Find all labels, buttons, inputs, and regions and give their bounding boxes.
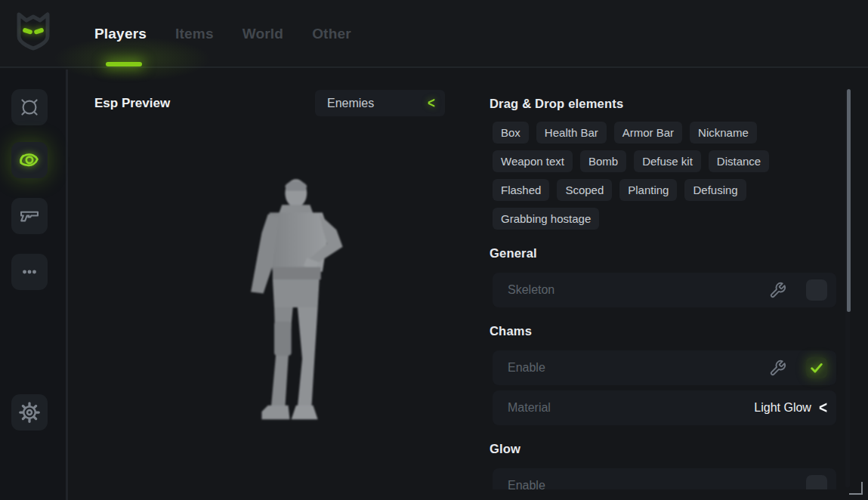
skeleton-row: Skeleton — [493, 273, 836, 307]
app-window: Players Items World Other — [0, 0, 868, 500]
tab-items[interactable]: Items — [175, 26, 214, 42]
resize-handle[interactable] — [849, 482, 863, 495]
check-icon — [809, 360, 824, 375]
wrench-icon[interactable] — [769, 360, 786, 377]
chip-health-bar[interactable]: Health Bar — [536, 122, 607, 144]
enemies-dropdown-value: Enemies — [327, 97, 374, 110]
pistol-icon — [18, 205, 41, 227]
chip-flashed[interactable]: Flashed — [493, 179, 549, 201]
chams-enable-checkbox[interactable] — [806, 357, 827, 378]
chams-material-value: Light Glow — [754, 401, 811, 415]
chip-distance[interactable]: Distance — [709, 150, 769, 172]
skeleton-label: Skeleton — [508, 283, 769, 297]
chams-enable-row: Enable — [493, 350, 836, 385]
glow-enable-row: Enable — [493, 468, 836, 489]
sidebar-item-aim[interactable] — [11, 89, 48, 125]
glow-enable-checkbox[interactable] — [806, 475, 827, 489]
chip-scoped[interactable]: Scoped — [557, 179, 612, 201]
chip-grabbing-hostage[interactable]: Grabbing hostage — [493, 208, 599, 230]
drag-drop-title: Drag & Drop elements — [490, 97, 839, 111]
chip-defusing[interactable]: Defusing — [684, 179, 746, 201]
chip-armor-bar[interactable]: Armor Bar — [614, 122, 682, 144]
sidebar-item-settings[interactable] — [11, 394, 48, 431]
main-tabs: Players Items World Other — [94, 0, 351, 68]
chip-nickname[interactable]: Nickname — [690, 122, 757, 144]
wrench-icon[interactable] — [769, 282, 786, 299]
chevron-left-icon: < — [428, 94, 435, 112]
sidebar-item-misc[interactable] — [11, 254, 48, 290]
chip-bomb[interactable]: Bomb — [580, 150, 626, 172]
panel-scrollbar-thumb[interactable] — [847, 89, 851, 312]
chevron-left-icon: < — [819, 398, 827, 417]
tab-world[interactable]: World — [242, 26, 283, 42]
sidebar-item-weapons[interactable] — [11, 198, 48, 234]
glow-enable-label: Enable — [508, 479, 806, 489]
eye-icon — [17, 148, 42, 172]
esp-preview-title: Esp Preview — [94, 96, 170, 111]
app-logo-icon — [14, 11, 53, 51]
icon-sidebar — [0, 69, 68, 500]
general-section-title: General — [490, 246, 839, 261]
player-model-preview — [202, 172, 399, 437]
enemies-dropdown[interactable]: Enemies < — [315, 90, 445, 116]
gear-icon — [18, 401, 41, 424]
chams-material-label: Material — [508, 401, 754, 415]
glow-section-title: Glow — [490, 442, 839, 456]
sidebar-item-esp[interactable] — [11, 142, 48, 178]
chip-planting[interactable]: Planting — [619, 179, 677, 201]
chams-enable-label: Enable — [508, 361, 769, 375]
chams-material-row[interactable]: Material Light Glow < — [493, 390, 836, 425]
crosshair-icon — [19, 97, 40, 118]
chip-box[interactable]: Box — [493, 122, 529, 144]
tab-other[interactable]: Other — [312, 26, 351, 42]
ellipsis-icon — [19, 261, 40, 282]
drag-drop-elements: Box Health Bar Armor Bar Nickname Weapon… — [493, 122, 825, 230]
chip-weapon-text[interactable]: Weapon text — [493, 150, 573, 172]
chams-section-title: Chams — [490, 324, 839, 338]
tab-players[interactable]: Players — [94, 26, 147, 42]
esp-settings-panel: Drag & Drop elements Box Health Bar Armo… — [490, 83, 839, 489]
skeleton-checkbox[interactable] — [806, 279, 827, 301]
active-tab-indicator — [106, 62, 142, 66]
top-bar: Players Items World Other — [0, 0, 868, 68]
chip-defuse-kit[interactable]: Defuse kit — [634, 150, 701, 172]
